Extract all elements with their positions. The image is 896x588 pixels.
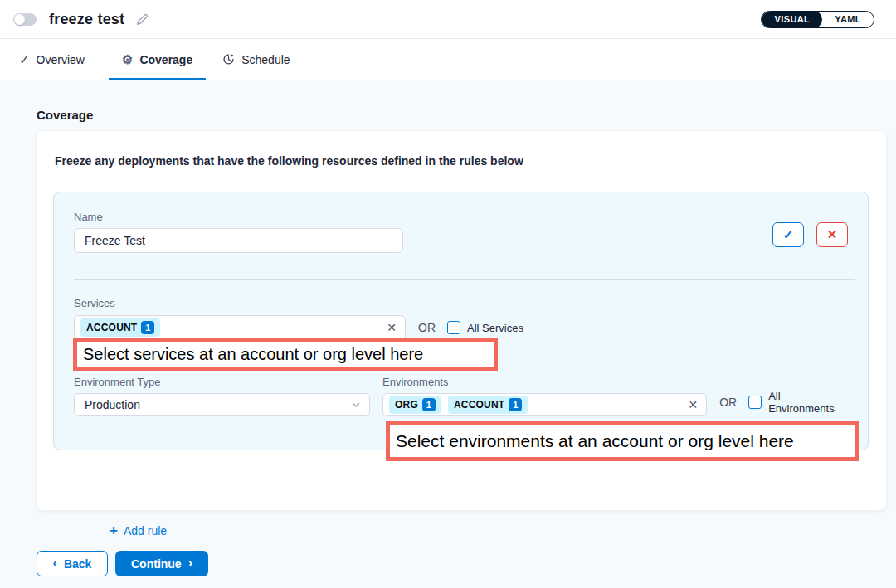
tab-bar: ✓ Overview ⚙ Coverage Schedule xyxy=(0,39,896,80)
add-rule-button[interactable]: + Add rule xyxy=(110,523,167,537)
page-title: freeze test xyxy=(49,11,124,28)
confirm-check-icon: ✓ xyxy=(783,227,794,242)
services-or-label: OR xyxy=(418,321,436,334)
tag-label: ACCOUNT xyxy=(86,322,137,333)
gear-icon: ⚙ xyxy=(122,53,133,66)
add-rule-label: Add rule xyxy=(124,524,167,537)
edit-title-button[interactable] xyxy=(135,12,149,27)
environments-tag-account[interactable]: ACCOUNT 1 xyxy=(448,396,528,414)
environment-type-select[interactable]: Production xyxy=(74,393,370,416)
continue-label: Continue xyxy=(131,557,182,571)
coverage-intro-text: Freeze any deployments that have the fol… xyxy=(55,154,869,168)
all-environments-label[interactable]: All Environments xyxy=(768,390,848,415)
cancel-rule-button[interactable]: ✕ xyxy=(816,222,848,247)
all-environments-checkbox[interactable] xyxy=(748,396,762,409)
back-button[interactable]: ‹ Back xyxy=(37,551,108,576)
coverage-heading: Coverage xyxy=(37,108,93,122)
rule-name-input[interactable] xyxy=(74,228,403,253)
environment-type-label: Environment Type xyxy=(74,376,370,388)
tag-count-badge: 1 xyxy=(141,321,154,334)
visual-yaml-toggle: VISUAL YAML xyxy=(761,11,874,28)
tab-schedule[interactable]: Schedule xyxy=(222,39,301,80)
chevron-right-icon: › xyxy=(188,556,192,570)
chevron-down-icon xyxy=(351,400,361,410)
tab-schedule-label: Schedule xyxy=(241,53,290,66)
tab-overview[interactable]: ✓ Overview xyxy=(19,39,96,80)
check-icon: ✓ xyxy=(19,53,30,66)
chevron-left-icon: ‹ xyxy=(53,556,57,570)
plus-icon: + xyxy=(110,523,118,537)
environment-type-value: Production xyxy=(85,398,351,411)
environments-or-label: OR xyxy=(719,396,737,409)
tag-count-badge: 1 xyxy=(422,398,436,411)
freeze-rule-card: Name ✓ ✕ Services ACCOUNT xyxy=(53,192,869,450)
all-services-checkbox[interactable] xyxy=(447,321,460,334)
tab-coverage-label: Coverage xyxy=(139,53,192,66)
name-label: Name xyxy=(74,211,772,223)
environments-clear-icon[interactable]: ✕ xyxy=(688,399,698,411)
rule-confirm-buttons: ✓ ✕ xyxy=(772,222,848,247)
environment-row: Environment Type Production Environments… xyxy=(74,376,848,416)
rule-name-row: Name ✓ ✕ xyxy=(74,211,848,253)
environments-input[interactable]: ORG 1 ACCOUNT 1 ✕ xyxy=(382,393,707,416)
tag-label: ACCOUNT xyxy=(454,399,504,411)
tab-coverage[interactable]: ⚙ Coverage xyxy=(109,39,206,80)
continue-button[interactable]: Continue › xyxy=(115,551,208,576)
toggle-knob xyxy=(14,14,25,25)
services-row: ACCOUNT 1 ✕ OR All Services xyxy=(74,315,848,340)
freeze-enabled-toggle[interactable] xyxy=(13,13,37,26)
environments-label: Environments xyxy=(382,376,848,388)
footer-buttons: ‹ Back Continue › xyxy=(37,551,208,576)
tag-label: ORG xyxy=(395,399,418,411)
environments-annotation: Select environments at an account or org… xyxy=(386,421,859,461)
rule-divider xyxy=(74,279,855,280)
services-clear-icon[interactable]: ✕ xyxy=(387,322,397,333)
tab-overview-label: Overview xyxy=(37,53,85,66)
services-label: Services xyxy=(74,297,848,309)
header: freeze test VISUAL YAML xyxy=(0,0,896,39)
all-services-label[interactable]: All Services xyxy=(467,322,523,334)
yaml-mode-button[interactable]: YAML xyxy=(822,11,874,28)
back-label: Back xyxy=(64,557,91,571)
services-annotation: Select services at an account or org lev… xyxy=(73,338,498,371)
visual-mode-button[interactable]: VISUAL xyxy=(762,11,822,28)
services-input[interactable]: ACCOUNT 1 ✕ xyxy=(74,315,406,340)
tag-count-badge: 1 xyxy=(509,398,522,411)
environments-tag-org[interactable]: ORG 1 xyxy=(389,396,441,414)
pencil-icon xyxy=(135,12,149,27)
services-tag-account[interactable]: ACCOUNT 1 xyxy=(80,318,160,337)
confirm-rule-button[interactable]: ✓ xyxy=(772,222,804,247)
coverage-page: Coverage Freeze any deployments that hav… xyxy=(0,80,896,588)
cancel-x-icon: ✕ xyxy=(827,227,838,242)
schedule-icon xyxy=(222,53,235,66)
